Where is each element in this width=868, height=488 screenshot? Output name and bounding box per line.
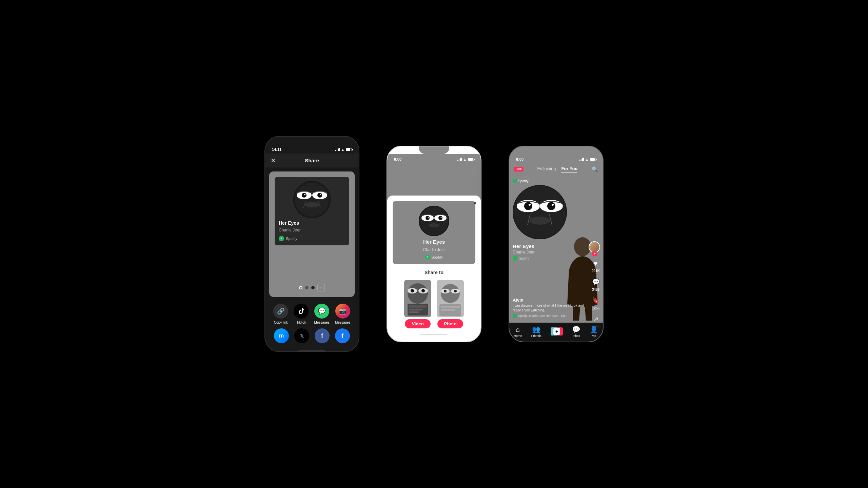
feed-spotify-icon xyxy=(513,256,517,261)
messages-label: Messages xyxy=(314,321,330,324)
artist-1: Charlie Jeer xyxy=(279,228,301,232)
facebook-dark-action[interactable]: f xyxy=(315,328,330,343)
modal-close-button[interactable]: × xyxy=(473,200,477,207)
heart-icon: ♥ xyxy=(591,258,601,268)
tiktok-label: TikTok xyxy=(296,321,306,324)
copy-link-label: Copy link xyxy=(274,321,288,324)
friends-icon: 👥 xyxy=(532,325,540,333)
live-badge-3: LIVE xyxy=(514,167,524,171)
video-preview-item: Video xyxy=(404,280,431,328)
wifi-icon-3: ▲ xyxy=(585,158,589,161)
modal-spotify: Spotify xyxy=(425,255,443,260)
feed-album-art xyxy=(513,185,567,239)
nav-me[interactable]: 👤 Me xyxy=(590,325,598,338)
inbox-label: Inbox xyxy=(573,334,580,338)
svg-rect-39 xyxy=(441,306,460,308)
instagram-action[interactable]: 📷 Messages xyxy=(335,304,351,324)
svg-point-45 xyxy=(529,204,531,206)
me-label: Me xyxy=(592,334,596,338)
feed-username: Alvin xyxy=(513,298,586,303)
battery-icon-3 xyxy=(590,158,596,161)
nav-inbox[interactable]: 💬 Inbox xyxy=(572,325,580,338)
messenger-action[interactable]: m xyxy=(274,328,289,343)
facebook-dark-icon: f xyxy=(315,328,330,343)
status-icons-3: ▲ xyxy=(579,158,596,161)
inbox-icon: 💬 xyxy=(572,325,580,333)
svg-point-49 xyxy=(530,217,550,225)
home-icon: ⌂ xyxy=(516,326,520,333)
messages-action[interactable]: 💬 Messages xyxy=(314,304,330,324)
spotify-text-modal: Spotify xyxy=(431,255,443,259)
phone-1: 14:11 ▲ ✕ Share xyxy=(264,136,359,352)
photo-button[interactable]: Photo xyxy=(437,319,463,328)
music-spotify-dot xyxy=(513,314,517,318)
svg-point-17 xyxy=(428,217,429,218)
modal-artist: Charlie Jeer xyxy=(423,247,445,252)
feed-user-info: Alvin I can discover more of what I like… xyxy=(513,298,586,318)
status-bar-3: 8:00 ▲ xyxy=(509,154,603,163)
share-preview-row: Video xyxy=(393,280,475,328)
following-tab-3[interactable]: Following xyxy=(537,166,556,172)
bottom-nav: ⌂ Home 👥 Friends + 💬 Inbox 👤 Me xyxy=(509,323,603,342)
bookmark-action[interactable]: 🔖 1256 xyxy=(591,296,601,310)
wifi-icon: ▲ xyxy=(341,148,344,151)
svg-rect-29 xyxy=(409,305,427,308)
spotify-badge-1: Spotify xyxy=(279,236,297,241)
share-modal: × xyxy=(387,196,481,342)
share-to-label: Share to xyxy=(393,270,475,275)
copy-link-action[interactable]: 🔗 Copy link xyxy=(273,304,288,324)
edit-icon[interactable]: ✏ xyxy=(317,284,325,291)
signal-icon xyxy=(335,148,340,151)
battery-icon-2 xyxy=(468,158,474,161)
bottom-handle xyxy=(393,334,475,335)
svg-point-7 xyxy=(317,193,322,198)
nav-add[interactable]: + xyxy=(551,327,563,336)
bookmark-count: 1256 xyxy=(592,306,599,310)
svg-point-2 xyxy=(295,183,329,217)
svg-rect-31 xyxy=(409,311,419,313)
feed-actions: ♥ 991K 💬 3456 🔖 1256 ↗ 1256 xyxy=(591,258,601,329)
feed-spotify-name: Spotify xyxy=(519,257,529,260)
comment-icon: 💬 xyxy=(591,277,601,287)
status-bar-1: 14:11 ▲ xyxy=(265,144,359,154)
share-screen: ✕ Share xyxy=(265,154,359,351)
svg-point-20 xyxy=(441,217,442,218)
tiktok-icon xyxy=(294,304,309,319)
tiktok-nav-3: LIVE Following For You 🔍 xyxy=(509,163,603,175)
twitter-action[interactable]: 𝕏 xyxy=(294,328,309,343)
svg-point-27 xyxy=(421,289,425,292)
copy-link-icon: 🔗 xyxy=(273,304,288,319)
spotify-tag: Spotify xyxy=(513,179,586,183)
nav-friends[interactable]: 👥 Friends xyxy=(531,325,541,338)
svg-rect-40 xyxy=(441,309,455,311)
svg-point-21 xyxy=(429,223,439,227)
for-you-tab-3[interactable]: For You xyxy=(561,166,577,172)
messenger-icon: m xyxy=(274,328,289,343)
signal-icon-2 xyxy=(457,158,462,161)
close-button[interactable]: ✕ xyxy=(271,157,276,164)
svg-point-4 xyxy=(302,193,307,198)
notch-3 xyxy=(541,146,571,154)
twitter-icon: 𝕏 xyxy=(294,328,309,343)
video-button[interactable]: Video xyxy=(405,319,430,328)
search-icon-3[interactable]: 🔍 xyxy=(591,166,598,172)
tiktok-action[interactable]: TikTok xyxy=(294,304,309,324)
comment-action[interactable]: 💬 3456 xyxy=(591,277,601,291)
signal-icon-3 xyxy=(579,158,584,161)
dots-nav: ✏ xyxy=(299,284,325,291)
svg-point-44 xyxy=(524,202,532,210)
nav-home[interactable]: ⌂ Home xyxy=(514,326,522,338)
platform-tag: Spotify xyxy=(518,179,529,183)
feed-music-tag: Spotify :charlie Jeer Her Eyes - Ch... xyxy=(518,314,568,318)
svg-point-9 xyxy=(305,202,319,207)
status-icons-1: ▲ xyxy=(335,148,352,151)
friends-label: Friends xyxy=(531,334,541,338)
add-icon: + xyxy=(551,327,563,336)
facebook-action[interactable]: f xyxy=(335,328,350,343)
share-actions-row2: m 𝕏 f f xyxy=(265,327,359,347)
me-icon: 👤 xyxy=(590,325,598,333)
scroll-handle xyxy=(265,350,359,351)
modal-album-art xyxy=(419,206,449,236)
like-action[interactable]: ♥ 991K xyxy=(591,258,601,273)
follow-plus[interactable]: + xyxy=(592,251,597,256)
